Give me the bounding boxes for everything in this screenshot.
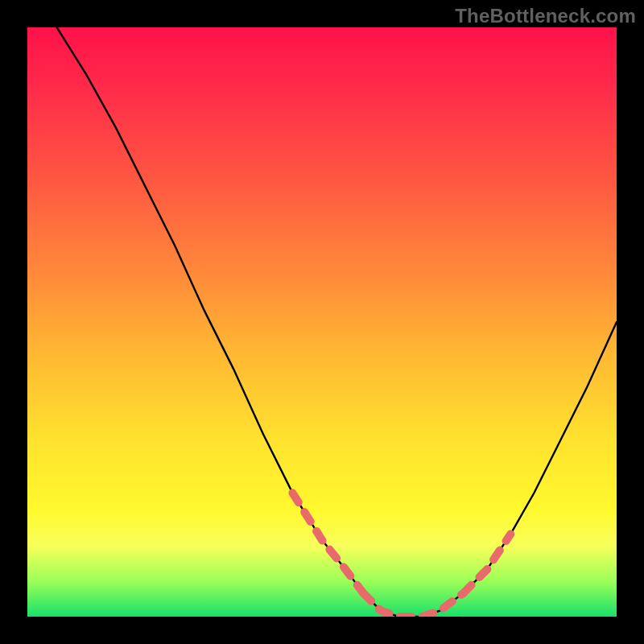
plot-area [27, 27, 617, 617]
curve-svg [27, 27, 617, 617]
highlight-segment [464, 535, 511, 593]
bottleneck-curve [57, 27, 617, 617]
highlight-segment [292, 493, 363, 592]
chart-frame: TheBottleneck.com [0, 0, 644, 644]
highlight-group [292, 493, 510, 617]
watermark-text: TheBottleneck.com [455, 5, 636, 27]
highlight-segment [363, 593, 464, 617]
